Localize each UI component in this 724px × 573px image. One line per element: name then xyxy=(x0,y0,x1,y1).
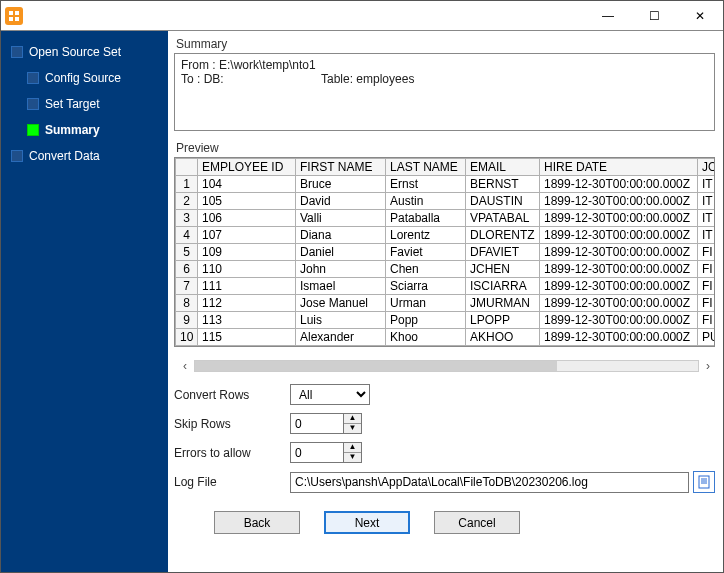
table-cell[interactable]: FI xyxy=(698,278,716,295)
table-cell[interactable]: 115 xyxy=(198,329,296,346)
table-cell[interactable]: Austin xyxy=(386,193,466,210)
table-cell[interactable]: Pataballa xyxy=(386,210,466,227)
browse-log-button[interactable] xyxy=(693,471,715,493)
col-hire-date[interactable]: HIRE DATE xyxy=(540,159,698,176)
table-cell[interactable]: IT xyxy=(698,176,716,193)
table-cell[interactable]: Lorentz xyxy=(386,227,466,244)
table-cell[interactable]: 1899-12-30T00:00:00.000Z xyxy=(540,244,698,261)
skip-rows-spinner[interactable]: ▲ ▼ xyxy=(290,413,362,434)
table-row[interactable]: 2105DavidAustinDAUSTIN1899-12-30T00:00:0… xyxy=(176,193,716,210)
scroll-thumb[interactable] xyxy=(195,361,557,371)
table-cell[interactable]: 1899-12-30T00:00:00.000Z xyxy=(540,227,698,244)
sidebar-item-open-source-set[interactable]: Open Source Set xyxy=(1,39,168,65)
window-maximize-button[interactable]: ☐ xyxy=(631,1,677,31)
table-cell[interactable]: Bruce xyxy=(296,176,386,193)
table-row[interactable]: 3106ValliPataballaVPATABAL1899-12-30T00:… xyxy=(176,210,716,227)
table-cell[interactable]: FI xyxy=(698,312,716,329)
back-button[interactable]: Back xyxy=(214,511,300,534)
col-email[interactable]: EMAIL xyxy=(466,159,540,176)
table-cell[interactable]: Daniel xyxy=(296,244,386,261)
table-cell[interactable]: LPOPP xyxy=(466,312,540,329)
log-file-input[interactable] xyxy=(290,472,689,493)
table-cell[interactable]: 106 xyxy=(198,210,296,227)
col-first-name[interactable]: FIRST NAME xyxy=(296,159,386,176)
table-cell[interactable]: ISCIARRA xyxy=(466,278,540,295)
table-cell[interactable]: 113 xyxy=(198,312,296,329)
table-row[interactable]: 6110JohnChenJCHEN1899-12-30T00:00:00.000… xyxy=(176,261,716,278)
table-cell[interactable]: BERNST xyxy=(466,176,540,193)
errors-allow-input[interactable] xyxy=(291,443,343,462)
table-cell[interactable]: 104 xyxy=(198,176,296,193)
table-cell[interactable]: Khoo xyxy=(386,329,466,346)
spin-down-icon[interactable]: ▼ xyxy=(344,453,361,462)
sidebar-item-config-source[interactable]: Config Source xyxy=(1,65,168,91)
table-row[interactable]: 7111IsmaelSciarraISCIARRA1899-12-30T00:0… xyxy=(176,278,716,295)
preview-table[interactable]: EMPLOYEE ID FIRST NAME LAST NAME EMAIL H… xyxy=(174,157,715,347)
col-employee-id[interactable]: EMPLOYEE ID xyxy=(198,159,296,176)
table-cell[interactable]: Ernst xyxy=(386,176,466,193)
table-cell[interactable]: John xyxy=(296,261,386,278)
table-cell[interactable]: Sciarra xyxy=(386,278,466,295)
table-cell[interactable]: 1899-12-30T00:00:00.000Z xyxy=(540,193,698,210)
table-cell[interactable]: FI xyxy=(698,244,716,261)
table-row[interactable]: 5109DanielFavietDFAVIET1899-12-30T00:00:… xyxy=(176,244,716,261)
table-cell[interactable]: Luis xyxy=(296,312,386,329)
table-cell[interactable]: DLORENTZ xyxy=(466,227,540,244)
scroll-track[interactable] xyxy=(194,360,699,372)
table-cell[interactable]: 105 xyxy=(198,193,296,210)
table-cell[interactable]: IT xyxy=(698,193,716,210)
table-cell[interactable]: Popp xyxy=(386,312,466,329)
table-cell[interactable]: 1899-12-30T00:00:00.000Z xyxy=(540,176,698,193)
table-cell[interactable]: FI xyxy=(698,295,716,312)
table-cell[interactable]: Chen xyxy=(386,261,466,278)
window-minimize-button[interactable]: — xyxy=(585,1,631,31)
scroll-right-icon[interactable]: › xyxy=(701,359,715,373)
table-cell[interactable]: 1899-12-30T00:00:00.000Z xyxy=(540,329,698,346)
horizontal-scrollbar[interactable]: ‹ › xyxy=(174,357,715,374)
table-row[interactable]: 8112Jose ManuelUrmanJMURMAN1899-12-30T00… xyxy=(176,295,716,312)
table-cell[interactable]: 107 xyxy=(198,227,296,244)
sidebar-item-summary[interactable]: Summary xyxy=(1,117,168,143)
cancel-button[interactable]: Cancel xyxy=(434,511,520,534)
table-cell[interactable]: Jose Manuel xyxy=(296,295,386,312)
convert-rows-select[interactable]: All xyxy=(290,384,370,405)
table-cell[interactable]: DFAVIET xyxy=(466,244,540,261)
scroll-left-icon[interactable]: ‹ xyxy=(178,359,192,373)
table-row[interactable]: 9113LuisPoppLPOPP1899-12-30T00:00:00.000… xyxy=(176,312,716,329)
table-cell[interactable]: 1899-12-30T00:00:00.000Z xyxy=(540,261,698,278)
table-row[interactable]: 1104BruceErnstBERNST1899-12-30T00:00:00.… xyxy=(176,176,716,193)
table-cell[interactable]: 1899-12-30T00:00:00.000Z xyxy=(540,312,698,329)
table-cell[interactable]: Faviet xyxy=(386,244,466,261)
table-cell[interactable]: JMURMAN xyxy=(466,295,540,312)
errors-allow-spinner[interactable]: ▲ ▼ xyxy=(290,442,362,463)
table-cell[interactable]: 109 xyxy=(198,244,296,261)
table-cell[interactable]: David xyxy=(296,193,386,210)
table-cell[interactable]: Diana xyxy=(296,227,386,244)
table-cell[interactable]: 1899-12-30T00:00:00.000Z xyxy=(540,278,698,295)
col-last-name[interactable]: LAST NAME xyxy=(386,159,466,176)
sidebar-item-set-target[interactable]: Set Target xyxy=(1,91,168,117)
table-cell[interactable]: 111 xyxy=(198,278,296,295)
table-cell[interactable]: JCHEN xyxy=(466,261,540,278)
table-row[interactable]: 4107DianaLorentzDLORENTZ1899-12-30T00:00… xyxy=(176,227,716,244)
sidebar-item-convert-data[interactable]: Convert Data xyxy=(1,143,168,169)
table-cell[interactable]: 110 xyxy=(198,261,296,278)
table-cell[interactable]: 112 xyxy=(198,295,296,312)
table-cell[interactable]: DAUSTIN xyxy=(466,193,540,210)
table-cell[interactable]: PU xyxy=(698,329,716,346)
col-job[interactable]: JO xyxy=(698,159,716,176)
skip-rows-input[interactable] xyxy=(291,414,343,433)
table-cell[interactable]: VPATABAL xyxy=(466,210,540,227)
table-cell[interactable]: Urman xyxy=(386,295,466,312)
table-cell[interactable]: Ismael xyxy=(296,278,386,295)
table-cell[interactable]: 1899-12-30T00:00:00.000Z xyxy=(540,210,698,227)
table-cell[interactable]: IT xyxy=(698,210,716,227)
window-close-button[interactable]: ✕ xyxy=(677,1,723,31)
table-cell[interactable]: 1899-12-30T00:00:00.000Z xyxy=(540,295,698,312)
table-row[interactable]: 10115AlexanderKhooAKHOO1899-12-30T00:00:… xyxy=(176,329,716,346)
table-cell[interactable]: Valli xyxy=(296,210,386,227)
table-cell[interactable]: FI xyxy=(698,261,716,278)
spin-down-icon[interactable]: ▼ xyxy=(344,424,361,433)
table-cell[interactable]: AKHOO xyxy=(466,329,540,346)
next-button[interactable]: Next xyxy=(324,511,410,534)
